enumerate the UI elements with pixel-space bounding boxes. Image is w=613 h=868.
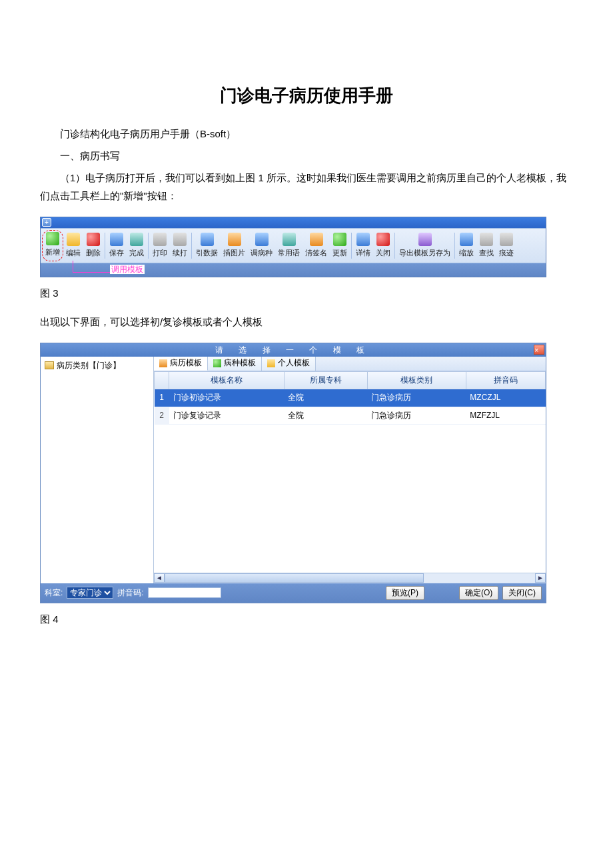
续打-icon	[173, 233, 187, 246]
cell-dept: 全院	[284, 389, 367, 407]
section-heading: 一、病历书写	[40, 147, 573, 165]
tab-icon	[267, 359, 275, 367]
paragraph-2: 出现以下界面，可以选择初/复诊模板或者个人模板	[40, 313, 573, 331]
toolbar-button-label: 编辑	[66, 247, 81, 260]
column-header[interactable]: 模板名称	[169, 371, 285, 389]
toolbar-打印-button[interactable]: 打印	[150, 230, 170, 261]
toolbar-痕迹-button[interactable]: 痕迹	[496, 230, 516, 261]
toolbar-调病种-button[interactable]: 调病种	[248, 230, 275, 261]
dialog-title-bar: 请 选 择 一 个 模 板 ×	[41, 343, 546, 357]
toolbar-编辑-button[interactable]: 编辑	[63, 230, 83, 261]
column-header[interactable]: 模板类别	[367, 371, 466, 389]
引数据-icon	[201, 233, 214, 246]
toolbar-插图片-button[interactable]: 插图片	[221, 230, 248, 261]
toolbar-button-label: 调病种	[251, 247, 273, 260]
toolbar-详情-button[interactable]: 详情	[353, 230, 373, 261]
tab-个人模板[interactable]: 个人模板	[262, 357, 316, 371]
ok-button[interactable]: 确定(O)	[459, 586, 498, 600]
row-index: 2	[155, 407, 169, 425]
缩放-icon	[460, 233, 473, 246]
dialog-title: 请 选 择 一 个 模 板	[215, 345, 371, 355]
toolbar-更新-button[interactable]: 更新	[330, 230, 350, 261]
toolbar-button-label: 打印	[153, 247, 167, 260]
tree-item-root[interactable]: 病历类别【门诊】	[41, 357, 153, 375]
tab-icon	[213, 359, 221, 367]
column-header[interactable]: 拼音码	[466, 371, 545, 389]
toolbar-button-label: 关闭	[376, 247, 390, 260]
template-grid[interactable]: 模板名称所属专科模板类别拼音码 1门诊初诊记录全院门急诊病历MZCZJL2门诊复…	[154, 371, 546, 573]
cell-py: MZFZJL	[466, 407, 545, 425]
toolbar-导出模板另存为-button[interactable]: 导出模板另存为	[396, 230, 453, 261]
tab-病种模板[interactable]: 病种模板	[208, 357, 262, 371]
toolbar-button-label: 引数据	[196, 247, 218, 260]
figure-3-label: 图 3	[40, 284, 573, 302]
cell-py: MZCZJL	[466, 389, 545, 407]
folder-icon	[45, 361, 54, 369]
toolbar-subbar: 调用模板	[41, 263, 546, 277]
toolbar-button-label: 详情	[356, 247, 370, 260]
preview-button[interactable]: 预览(P)	[386, 586, 424, 600]
toolbar-button-label: 更新	[332, 247, 347, 260]
导出模板另存为-icon	[418, 233, 432, 246]
close-button[interactable]: 关闭(C)	[502, 586, 542, 600]
callout-line	[73, 261, 110, 273]
scroll-track[interactable]	[165, 573, 535, 583]
toolbar-button-label: 缩放	[459, 247, 474, 260]
pinyin-input[interactable]	[148, 587, 221, 598]
toolbar-常用语-button[interactable]: 常用语	[275, 230, 303, 261]
cell-name: 门诊初诊记录	[169, 389, 285, 407]
toolbar-完成-button[interactable]: 完成	[127, 230, 147, 261]
doc-title: 门诊电子病历使用手册	[40, 80, 573, 111]
toolbar-清签名-button[interactable]: 清签名	[303, 230, 330, 261]
new-tab-button[interactable]: +	[42, 218, 51, 227]
完成-icon	[130, 233, 143, 246]
tree-item-label: 病历类别【门诊】	[57, 359, 121, 373]
template-tree[interactable]: 病历类别【门诊】	[41, 357, 154, 583]
template-tab-strip: 病历模板病种模板个人模板	[154, 357, 546, 371]
toolbar-查找-button[interactable]: 查找	[476, 230, 496, 261]
删除-icon	[87, 233, 100, 246]
tab-label: 病历模板	[170, 357, 202, 371]
cell-dept: 全院	[284, 407, 367, 425]
详情-icon	[356, 233, 370, 246]
template-right-pane: 病历模板病种模板个人模板 模板名称所属专科模板类别拼音码 1门诊初诊记录全院门急…	[154, 357, 546, 583]
痕迹-icon	[500, 233, 513, 246]
toolbar-关闭-button[interactable]: 关闭	[373, 230, 393, 261]
toolbar-保存-button[interactable]: 保存	[107, 230, 127, 261]
table-row[interactable]: 2门诊复诊记录全院门急诊病历MZFZJL	[155, 407, 546, 425]
toolbar-button-label: 完成	[129, 247, 144, 260]
scroll-thumb[interactable]	[165, 573, 424, 583]
screenshot-toolbar: + 新增编辑删除保存完成打印续打引数据插图片调病种常用语清签名更新详情关闭导出模…	[40, 217, 546, 277]
toolbar-separator	[351, 233, 352, 259]
scroll-left-icon[interactable]: ◄	[154, 573, 165, 583]
callout-label: 调用模板	[110, 265, 145, 274]
toolbar-续打-button[interactable]: 续打	[170, 230, 190, 261]
toolbar-button-label: 保存	[109, 247, 124, 260]
新增-icon	[46, 232, 59, 245]
horizontal-scrollbar[interactable]: ◄ ►	[154, 573, 546, 583]
dept-select[interactable]: 专家门诊	[67, 587, 113, 599]
toolbar-button-label: 插图片	[223, 247, 245, 260]
toolbar-row: 新增编辑删除保存完成打印续打引数据插图片调病种常用语清签名更新详情关闭导出模板另…	[41, 228, 546, 263]
toolbar-缩放-button[interactable]: 缩放	[456, 230, 476, 261]
toolbar-separator	[105, 233, 105, 259]
cell-name: 门诊复诊记录	[169, 407, 285, 425]
col-index	[155, 371, 169, 389]
toolbar-新增-button[interactable]: 新增	[42, 230, 63, 261]
toolbar-button-label: 常用语	[278, 247, 300, 260]
tab-病历模板[interactable]: 病历模板	[154, 357, 208, 371]
cell-cat: 门急诊病历	[367, 407, 466, 425]
screenshot-template-chooser: 请 选 择 一 个 模 板 × www.bdocx.com 病历类别【门诊】 病…	[40, 343, 546, 604]
scroll-right-icon[interactable]: ►	[535, 573, 546, 583]
pinyin-label: 拼音码:	[117, 586, 143, 601]
toolbar-引数据-button[interactable]: 引数据	[193, 230, 221, 261]
打印-icon	[153, 233, 167, 246]
清签名-icon	[310, 233, 323, 246]
dept-label: 科室:	[45, 586, 63, 601]
toolbar-separator	[148, 233, 149, 259]
tab-strip: +	[41, 217, 546, 228]
toolbar-删除-button[interactable]: 删除	[83, 230, 103, 261]
column-header[interactable]: 所属专科	[284, 371, 367, 389]
table-row[interactable]: 1门诊初诊记录全院门急诊病历MZCZJL	[155, 389, 546, 407]
dialog-close-button[interactable]: ×	[534, 345, 544, 355]
